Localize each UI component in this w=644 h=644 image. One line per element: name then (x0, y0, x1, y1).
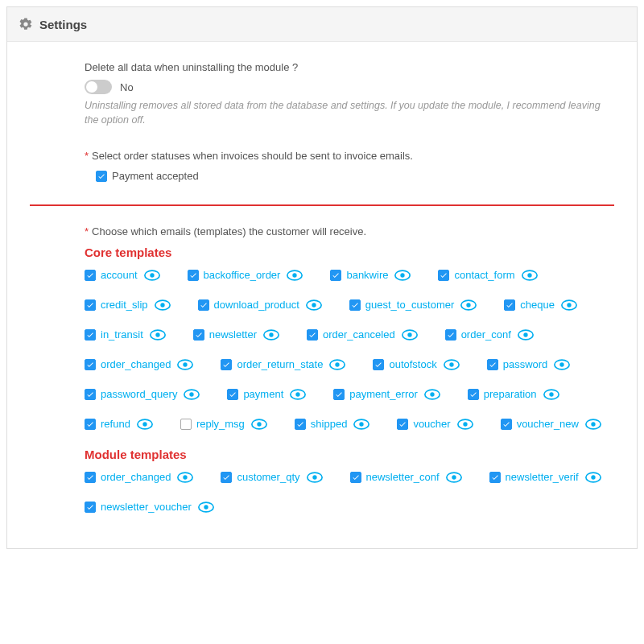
template-checkbox-order_return_state[interactable] (221, 359, 232, 370)
template-checkbox-newsletter_verif[interactable] (489, 472, 501, 483)
template-label: payment_error (349, 388, 418, 400)
template-checkbox-preparation[interactable] (468, 389, 479, 400)
template-checkbox-backoffice_order[interactable] (188, 270, 199, 281)
template-checkbox-in_transit[interactable] (85, 329, 96, 341)
eye-icon[interactable] (446, 472, 462, 483)
eye-icon[interactable] (543, 389, 559, 400)
template-label: order_conf (461, 328, 511, 341)
svg-point-55 (452, 475, 456, 479)
emails-label: *Choose which emails (templates) the cus… (85, 225, 614, 237)
template-checkbox-voucher_new[interactable] (501, 419, 512, 430)
eye-icon[interactable] (585, 472, 601, 483)
template-label: newsletter_voucher (101, 501, 192, 513)
template-item-order_return_state: order_return_state (221, 358, 345, 370)
template-item-in_transit: in_transit (85, 328, 166, 341)
template-checkbox-contact_form[interactable] (438, 270, 449, 281)
delete-data-toggle-row: No (85, 80, 614, 94)
svg-point-9 (160, 303, 164, 307)
panel-body: Delete all data when uninstalling the mo… (7, 42, 637, 548)
svg-point-47 (463, 422, 467, 426)
eye-icon[interactable] (394, 270, 411, 281)
template-checkbox-credit_slip[interactable] (85, 299, 96, 311)
payment-accepted-checkbox[interactable] (96, 171, 107, 182)
eye-icon[interactable] (561, 299, 577, 311)
eye-icon[interactable] (522, 270, 538, 281)
template-item-password_query: password_query (85, 388, 200, 400)
template-checkbox-newsletter[interactable] (193, 329, 204, 341)
eye-icon[interactable] (307, 472, 323, 483)
eye-icon[interactable] (424, 389, 440, 400)
eye-icon[interactable] (251, 419, 267, 430)
eye-icon[interactable] (287, 270, 303, 281)
template-checkbox-shipped[interactable] (295, 419, 306, 430)
gear-icon (19, 17, 33, 31)
delete-data-label: Delete all data when uninstalling the mo… (85, 61, 614, 73)
eye-icon[interactable] (518, 329, 534, 341)
eye-icon[interactable] (263, 329, 279, 341)
template-checkbox-bankwire[interactable] (330, 270, 341, 281)
module-templates-grid: order_changedcustomer_qtynewsletter_conf… (85, 471, 614, 513)
template-checkbox-password_query[interactable] (85, 389, 96, 400)
eye-icon[interactable] (457, 419, 473, 430)
template-label: password (503, 358, 548, 370)
eye-icon[interactable] (150, 329, 166, 341)
template-item-outofstock: outofstock (373, 358, 459, 370)
template-checkbox-refund[interactable] (85, 419, 96, 430)
eye-icon[interactable] (329, 359, 345, 370)
template-item-credit_slip: credit_slip (85, 299, 171, 311)
template-item-newsletter_conf: newsletter_conf (350, 471, 462, 483)
delete-data-toggle[interactable] (85, 80, 112, 94)
eye-icon[interactable] (353, 419, 369, 430)
template-checkbox-guest_to_customer[interactable] (349, 299, 361, 311)
template-label: voucher (413, 418, 450, 430)
eye-icon[interactable] (554, 359, 570, 370)
template-item-bankwire: bankwire (330, 269, 411, 281)
svg-point-13 (467, 303, 471, 307)
template-label: order_canceled (323, 328, 395, 341)
template-checkbox-order_changed[interactable] (85, 359, 96, 370)
eye-icon[interactable] (585, 419, 601, 430)
template-item-voucher_new: voucher_new (501, 418, 601, 430)
template-checkbox-customer_qty[interactable] (221, 472, 232, 483)
eye-icon[interactable] (144, 270, 160, 281)
template-item-download_product: download_product (198, 299, 322, 311)
eye-icon[interactable] (137, 419, 153, 430)
svg-point-59 (204, 505, 208, 509)
svg-point-57 (591, 475, 595, 479)
eye-icon[interactable] (460, 299, 477, 311)
eye-icon[interactable] (184, 389, 200, 400)
template-label: backoffice_order (204, 269, 281, 281)
template-item-customer_qty: customer_qty (221, 471, 322, 483)
svg-point-23 (523, 332, 527, 336)
template-checkbox-newsletter_voucher[interactable] (85, 502, 96, 513)
template-checkbox-outofstock[interactable] (373, 359, 384, 370)
template-checkbox-voucher[interactable] (397, 419, 408, 430)
eye-icon[interactable] (198, 502, 214, 513)
template-checkbox-download_product[interactable] (198, 299, 209, 311)
template-checkbox-order_conf[interactable] (445, 329, 456, 341)
eye-icon[interactable] (177, 359, 193, 370)
template-checkbox-password[interactable] (487, 359, 498, 370)
template-item-order_changed: order_changed (85, 471, 193, 483)
template-checkbox-cheque[interactable] (504, 299, 515, 311)
template-label: guest_to_customer (365, 299, 455, 311)
template-checkbox-account[interactable] (85, 270, 96, 281)
template-checkbox-order_canceled[interactable] (307, 329, 318, 341)
eye-icon[interactable] (155, 299, 171, 311)
template-checkbox-payment[interactable] (227, 389, 238, 400)
eye-icon[interactable] (444, 359, 460, 370)
eye-icon[interactable] (402, 329, 418, 341)
eye-icon[interactable] (177, 472, 193, 483)
eye-icon[interactable] (290, 389, 306, 400)
eye-icon[interactable] (306, 299, 322, 311)
template-checkbox-reply_msg[interactable] (180, 419, 192, 430)
template-item-order_conf: order_conf (445, 328, 534, 341)
template-item-newsletter: newsletter (193, 328, 279, 341)
template-label: order_changed (101, 471, 171, 483)
template-checkbox-newsletter_conf[interactable] (350, 472, 361, 483)
svg-point-31 (560, 362, 564, 366)
template-label: in_transit (101, 328, 143, 341)
template-item-newsletter_voucher: newsletter_voucher (85, 501, 214, 513)
template-checkbox-payment_error[interactable] (333, 389, 345, 400)
template-checkbox-order_changed[interactable] (85, 472, 96, 483)
